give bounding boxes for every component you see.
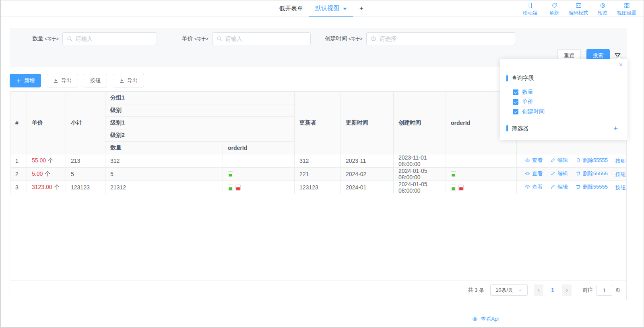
delete-link[interactable]: 删除55555 (576, 170, 608, 177)
cell-create-time: 2024-01-05 08:00:00 (394, 181, 446, 194)
export-button-2[interactable]: 导出 (113, 74, 144, 87)
cell-price: 5.00个 (27, 168, 66, 181)
view-link[interactable]: 查看 (525, 183, 543, 191)
cell-updater: 221 (295, 168, 341, 181)
cell-qty: 5 (105, 168, 223, 181)
checkbox-create-time[interactable]: 创建时间 (513, 108, 621, 115)
pencil-icon (550, 184, 555, 189)
col-header-update-time: 更新时间 (341, 92, 394, 154)
search-icon (217, 36, 222, 42)
tab-bar: 低开表单 默认视图 + (273, 0, 363, 17)
col-header-subtotal: 小计 (66, 92, 105, 154)
trash-icon (576, 184, 581, 189)
checkbox-quantity[interactable]: 数量 (513, 89, 621, 96)
file-pdf-icon[interactable] (458, 185, 464, 191)
col-header-create-time: 创建时间 (394, 92, 446, 154)
col-header-qty: 数量 (105, 142, 223, 154)
quantity-label: 数量 (32, 35, 43, 42)
cell-order-id (446, 181, 517, 194)
pencil-icon (550, 158, 555, 163)
file-pdf-icon[interactable] (235, 185, 241, 191)
add-filter-button[interactable]: + (613, 125, 618, 132)
export-button[interactable]: 导出 (47, 74, 78, 87)
edit-link[interactable]: 编辑 (550, 183, 568, 191)
view-settings-button[interactable]: 视图设置 (615, 2, 638, 17)
view-link[interactable]: 查看 (525, 157, 543, 164)
col-header-index: # (10, 92, 27, 154)
goto-page-input[interactable] (596, 285, 612, 296)
price-label: 单价 (182, 35, 193, 42)
pencil-icon (550, 171, 555, 176)
close-icon[interactable]: × (619, 62, 623, 68)
table-row: 1 55.00个 213 312 312 2023-11 2023-11-01 … (10, 154, 626, 168)
code-mode-icon (576, 2, 582, 8)
cell-actions: 查看 编辑 删除55555 按钮 (517, 154, 626, 168)
create-time-label: 创建时间 (325, 35, 347, 42)
page-size-select[interactable]: 10条/页 (490, 284, 528, 296)
delete-link[interactable]: 删除55555 (576, 157, 608, 164)
custom-button[interactable]: 按钮 (84, 74, 107, 87)
topbar: 低开表单 默认视图 + 移动端 刷新 编码模式 预览 视图设置 (1, 0, 644, 17)
trash-icon (576, 171, 581, 176)
cell-order-id (446, 168, 517, 181)
edit-link[interactable]: 编辑 (550, 170, 568, 177)
refresh-label: 刷新 (549, 10, 559, 17)
cell-index: 3 (10, 181, 27, 194)
tab-form[interactable]: 低开表单 (273, 0, 309, 17)
eye-icon (525, 171, 530, 176)
cell-nested-order-id (223, 181, 295, 194)
eye-icon (472, 316, 478, 322)
cell-actions: 查看 编辑 删除55555 按钮 (517, 181, 626, 194)
col-header-nested-order-id: orderId (223, 142, 295, 154)
view-link[interactable]: 查看 (525, 170, 543, 177)
view-api-link[interactable]: 查看Api (472, 316, 499, 323)
checkbox-price[interactable]: 单价 (513, 98, 621, 106)
col-header-level2: 级别2 (105, 129, 295, 142)
preview-button[interactable]: 预览 (591, 2, 614, 17)
preview-label: 预览 (598, 10, 607, 17)
file-excel-icon[interactable] (451, 171, 456, 177)
cell-create-time: 2024-01-05 08:00:00 (394, 168, 446, 181)
add-view-button[interactable]: + (359, 4, 363, 12)
download-icon (119, 78, 124, 83)
row-button-link[interactable]: 按钮 (615, 184, 626, 191)
create-time-input[interactable] (367, 33, 515, 45)
price-input[interactable] (213, 33, 310, 45)
file-excel-icon[interactable] (228, 185, 233, 191)
file-excel-icon[interactable] (451, 185, 456, 191)
file-excel-icon[interactable] (228, 171, 233, 177)
checkbox-checked-icon (513, 89, 518, 95)
col-header-level1: 级别1 (105, 117, 295, 129)
current-page[interactable]: 1 (547, 287, 559, 293)
cell-order-id (446, 154, 517, 168)
goto-label: 前往 (582, 286, 593, 294)
code-mode-button[interactable]: 编码模式 (567, 2, 590, 17)
cell-update-time: 2023-11 (341, 154, 394, 168)
col-header-updater: 更新者 (295, 92, 341, 154)
pagination: 共 3 条 10条/页 1 前往 页 (10, 280, 626, 300)
delete-link[interactable]: 删除55555 (576, 183, 608, 191)
search-field-quantity: 数量 <等于> (32, 32, 157, 45)
col-header-group1: 分组1 (105, 92, 295, 104)
cell-updater: 312 (295, 154, 341, 168)
quantity-input[interactable] (63, 33, 157, 45)
refresh-button[interactable]: 刷新 (543, 2, 566, 17)
chevron-down-icon (518, 288, 522, 293)
next-page-button[interactable] (562, 284, 572, 296)
row-button-link[interactable]: 按钮 (615, 158, 626, 165)
table-row: 2 5.00个 5 5 221 2024-02 2024-01-05 08:00… (10, 168, 626, 181)
edit-link[interactable]: 编辑 (550, 157, 568, 164)
cell-subtotal: 123123 (66, 181, 105, 194)
chevron-down-icon (343, 8, 347, 10)
query-fields-list: 数量 单价 创建时间 (513, 89, 621, 115)
footer: 查看Api (1, 316, 644, 323)
cell-price: 55.00个 (27, 154, 66, 168)
prev-page-button[interactable] (534, 284, 543, 296)
add-button[interactable]: 新增 (10, 74, 41, 87)
row-button-link[interactable]: 按钮 (615, 171, 626, 178)
mobile-preview-button[interactable]: 移动端 (519, 2, 541, 17)
checkbox-checked-icon (513, 109, 518, 114)
search-field-price: 单价 <等于> (182, 32, 311, 45)
tab-default-view[interactable]: 默认视图 (309, 0, 353, 17)
filter-title: 筛选器 (506, 125, 528, 132)
